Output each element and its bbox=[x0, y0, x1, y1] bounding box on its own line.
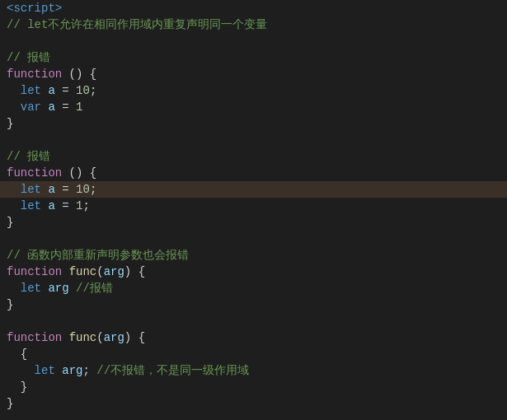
close-brace: } bbox=[7, 395, 13, 412]
code-line: // let不允许在相同作用域内重复声明同一个变量 bbox=[0, 16, 507, 33]
code-text bbox=[55, 362, 62, 379]
code-line bbox=[0, 313, 507, 329]
indent bbox=[7, 82, 21, 99]
var-a: a bbox=[48, 82, 54, 99]
code-text bbox=[62, 329, 68, 346]
comment-text: // 函数内部重新声明参数也会报错 bbox=[7, 247, 189, 264]
close-brace: } bbox=[7, 115, 13, 132]
code-line: // 函数内部重新声明参数也会报错 bbox=[0, 247, 507, 264]
code-text: () { bbox=[62, 66, 96, 82]
keyword-let: let bbox=[21, 280, 41, 296]
code-line: function func ( arg ) { bbox=[0, 329, 507, 346]
code-line bbox=[0, 231, 507, 247]
code-text: ) { bbox=[124, 264, 145, 280]
num-1: 1 bbox=[76, 198, 82, 214]
code-line bbox=[0, 33, 507, 49]
keyword-let: let bbox=[21, 82, 41, 99]
code-line: function func ( arg ) { bbox=[0, 264, 507, 280]
comment-text: // 报错 bbox=[7, 49, 50, 66]
code-text bbox=[69, 280, 76, 296]
close-brace: } bbox=[7, 214, 13, 231]
open-brace: { bbox=[21, 346, 27, 362]
code-text: ( bbox=[96, 264, 103, 280]
code-text: ; bbox=[82, 198, 89, 214]
code-text: ) { bbox=[124, 329, 145, 346]
indent bbox=[7, 362, 35, 379]
code-line: function () { bbox=[0, 165, 507, 181]
keyword-var: var bbox=[21, 99, 41, 115]
var-a: a bbox=[48, 198, 54, 214]
param-arg: arg bbox=[104, 329, 124, 346]
code-text: ( bbox=[96, 329, 103, 346]
code-line: let a = 10 ; bbox=[0, 82, 507, 99]
param-arg: arg bbox=[104, 264, 124, 280]
code-line: let arg //报错 bbox=[0, 280, 507, 296]
code-text bbox=[41, 181, 48, 198]
indent bbox=[7, 346, 21, 362]
keyword-let: let bbox=[21, 198, 41, 214]
var-a: a bbox=[48, 181, 54, 198]
keyword-let: let bbox=[21, 181, 41, 198]
code-text: ; bbox=[90, 82, 96, 99]
close-brace: } bbox=[21, 379, 27, 395]
code-text bbox=[41, 82, 48, 99]
code-line: } bbox=[0, 296, 507, 313]
indent bbox=[7, 280, 21, 296]
code-line: // 报错 bbox=[0, 148, 507, 165]
code-text: = bbox=[55, 99, 76, 115]
num-10: 10 bbox=[76, 181, 90, 198]
code-text: ; bbox=[82, 362, 96, 379]
code-text: = bbox=[55, 198, 76, 214]
code-text bbox=[62, 264, 68, 280]
code-line: <script> bbox=[0, 0, 507, 16]
code-text: () { bbox=[62, 165, 96, 181]
code-line: // 报错 bbox=[0, 49, 507, 66]
code-editor: <script> // let不允许在相同作用域内重复声明同一个变量 // 报错… bbox=[0, 0, 507, 420]
indent bbox=[7, 181, 21, 198]
num-10: 10 bbox=[76, 82, 90, 99]
func-name: func bbox=[69, 329, 97, 346]
code-line bbox=[0, 132, 507, 148]
comment-text: // let不允许在相同作用域内重复声明同一个变量 bbox=[7, 16, 267, 33]
comment-ok: //不报错，不是同一级作用域 bbox=[96, 362, 249, 379]
func-name: func bbox=[69, 264, 97, 280]
code-line-highlighted: let a = 10 ; bbox=[0, 181, 507, 198]
code-text bbox=[41, 280, 48, 296]
code-text: = bbox=[55, 181, 76, 198]
keyword-function: function bbox=[7, 165, 62, 181]
code-line: } bbox=[0, 395, 507, 412]
code-text: = bbox=[55, 82, 76, 99]
code-line: } bbox=[0, 115, 507, 132]
script-tag: <script> bbox=[7, 0, 62, 16]
comment-text: // 报错 bbox=[7, 148, 50, 165]
code-line: function () { bbox=[0, 66, 507, 82]
keyword-function: function bbox=[7, 329, 62, 346]
var-arg: arg bbox=[48, 280, 68, 296]
code-text: ; bbox=[90, 181, 96, 198]
code-text bbox=[41, 198, 48, 214]
var-a: a bbox=[48, 99, 54, 115]
indent bbox=[7, 198, 21, 214]
keyword-function: function bbox=[7, 264, 62, 280]
keyword-function: function bbox=[7, 66, 62, 82]
code-line: var a = 1 bbox=[0, 99, 507, 115]
code-line: { bbox=[0, 346, 507, 362]
code-line: } bbox=[0, 214, 507, 231]
close-brace: } bbox=[7, 296, 13, 313]
code-line: } bbox=[0, 379, 507, 395]
var-arg: arg bbox=[62, 362, 82, 379]
code-text bbox=[41, 99, 48, 115]
comment-error: //报错 bbox=[76, 280, 113, 296]
indent bbox=[7, 379, 21, 395]
num-1: 1 bbox=[76, 99, 82, 115]
keyword-let: let bbox=[35, 362, 55, 379]
code-line: let a = 1 ; bbox=[0, 198, 507, 214]
indent bbox=[7, 99, 21, 115]
code-line: let arg ; //不报错，不是同一级作用域 bbox=[0, 362, 507, 379]
